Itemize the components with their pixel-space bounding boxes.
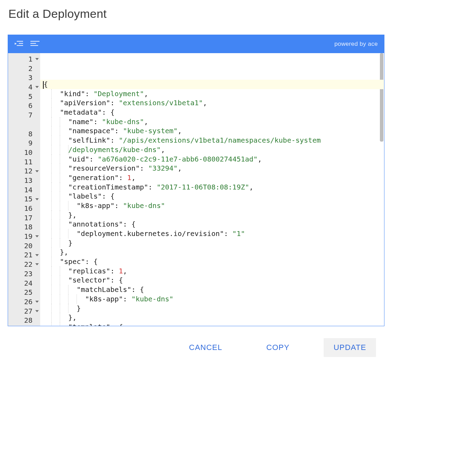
fold-toggle-icon[interactable] <box>35 58 39 60</box>
code-line[interactable]: "selfLink": "/apis/extensions/v1beta1/na… <box>40 136 384 145</box>
gutter-line: 20 <box>8 241 40 251</box>
code-line[interactable]: { <box>40 80 384 89</box>
gutter-line: 24 <box>8 279 40 288</box>
gutter-line: 5 <box>8 92 40 101</box>
code-line[interactable]: "resourceVersion": "33294", <box>40 164 384 173</box>
gutter-line: 17 <box>8 213 40 223</box>
toolbar-format-button[interactable] <box>28 38 42 50</box>
gutter-line: 28 <box>8 316 40 325</box>
gutter-line: 26 <box>8 297 40 307</box>
fold-toggle-icon[interactable] <box>35 235 39 237</box>
svg-rect-2 <box>17 45 23 46</box>
gutter-line: 11 <box>8 157 40 167</box>
gutter-line: 6 <box>8 101 40 110</box>
code-line[interactable]: "name": "kube-dns", <box>40 117 384 127</box>
code-line[interactable]: }, <box>40 313 384 322</box>
code-line[interactable]: /deployments/kube-dns", <box>40 145 384 155</box>
line-gutter: 1234567891011121314151617181920212223242… <box>8 53 40 326</box>
gutter-line: 15 <box>8 194 40 204</box>
svg-marker-3 <box>15 43 17 45</box>
code-line[interactable]: "matchLabels": { <box>40 285 384 294</box>
cancel-button[interactable]: CANCEL <box>179 338 232 357</box>
code-line[interactable]: "selector": { <box>40 276 384 285</box>
dialog-actions: CANCEL COPY UPDATE <box>8 326 384 357</box>
gutter-line: 19 <box>8 232 40 241</box>
gutter-line: 27 <box>8 307 40 316</box>
fold-toggle-icon[interactable] <box>35 170 39 172</box>
toolbar-indent-button[interactable] <box>12 38 26 50</box>
svg-rect-0 <box>17 41 23 42</box>
code-line[interactable]: } <box>40 304 384 313</box>
json-editor: powered by ace 1234567891011121314151617… <box>8 35 384 326</box>
fold-toggle-icon[interactable] <box>35 198 39 200</box>
gutter-line: 9 <box>8 138 40 148</box>
gutter-line: 22 <box>8 260 40 269</box>
code-line[interactable]: "template": { <box>40 322 384 326</box>
svg-rect-6 <box>30 45 38 46</box>
code-line[interactable]: "apiVersion": "extensions/v1beta1", <box>40 98 384 108</box>
gutter-line: 8 <box>8 129 40 139</box>
code-line[interactable]: "creationTimestamp": "2017-11-06T08:08:1… <box>40 183 384 192</box>
gutter-line: 21 <box>8 250 40 260</box>
dialog-title: Edit a Deployment <box>8 7 384 21</box>
code-line[interactable]: }, <box>40 210 384 220</box>
code-line[interactable]: } <box>40 238 384 248</box>
gutter-line: 1 <box>8 55 40 64</box>
fold-toggle-icon[interactable] <box>35 86 39 88</box>
gutter-line: 14 <box>8 185 40 195</box>
svg-rect-4 <box>30 41 39 42</box>
fold-toggle-icon[interactable] <box>35 254 39 256</box>
svg-rect-1 <box>19 43 23 44</box>
code-line[interactable]: "generation": 1, <box>40 173 384 183</box>
code-line[interactable]: "k8s-app": "kube-dns" <box>40 294 384 304</box>
code-line[interactable]: "replicas": 1, <box>40 266 384 276</box>
code-line[interactable]: "uid": "a676a020-c2c9-11e7-abb6-08002744… <box>40 155 384 164</box>
code-line[interactable]: "labels": { <box>40 192 384 201</box>
gutter-line: 2 <box>8 64 40 73</box>
editor-toolbar: powered by ace <box>8 35 384 53</box>
code-area[interactable]: { "kind": "Deployment", "apiVersion": "e… <box>40 53 384 326</box>
gutter-line: 23 <box>8 269 40 279</box>
align-left-icon <box>30 40 40 48</box>
editor-body[interactable]: 1234567891011121314151617181920212223242… <box>8 53 384 326</box>
powered-by-label: powered by ace <box>334 41 378 48</box>
copy-button[interactable]: COPY <box>257 338 299 357</box>
fold-toggle-icon[interactable] <box>35 263 39 265</box>
fold-toggle-icon[interactable] <box>35 301 39 303</box>
code-line[interactable]: "spec": { <box>40 257 384 266</box>
code-line[interactable]: "kind": "Deployment", <box>40 89 384 99</box>
code-line[interactable]: "namespace": "kube-system", <box>40 126 384 136</box>
code-line[interactable]: "k8s-app": "kube-dns" <box>40 201 384 210</box>
gutter-line: 13 <box>8 176 40 185</box>
indent-icon <box>15 40 24 48</box>
gutter-line: 7 <box>8 110 40 120</box>
svg-rect-5 <box>30 43 36 44</box>
code-line[interactable]: "annotations": { <box>40 220 384 229</box>
gutter-line <box>8 120 40 129</box>
gutter-line: 29 <box>8 325 40 326</box>
update-button[interactable]: UPDATE <box>324 338 376 357</box>
gutter-line: 3 <box>8 73 40 83</box>
code-line[interactable]: "metadata": { <box>40 108 384 117</box>
gutter-line: 12 <box>8 166 40 176</box>
gutter-line: 10 <box>8 148 40 157</box>
code-line[interactable]: }, <box>40 248 384 257</box>
fold-toggle-icon[interactable] <box>35 310 39 312</box>
code-line[interactable]: "deployment.kubernetes.io/revision": "1" <box>40 229 384 238</box>
gutter-line: 25 <box>8 288 40 297</box>
gutter-line: 4 <box>8 83 40 92</box>
gutter-line: 18 <box>8 222 40 232</box>
gutter-line: 16 <box>8 204 40 213</box>
